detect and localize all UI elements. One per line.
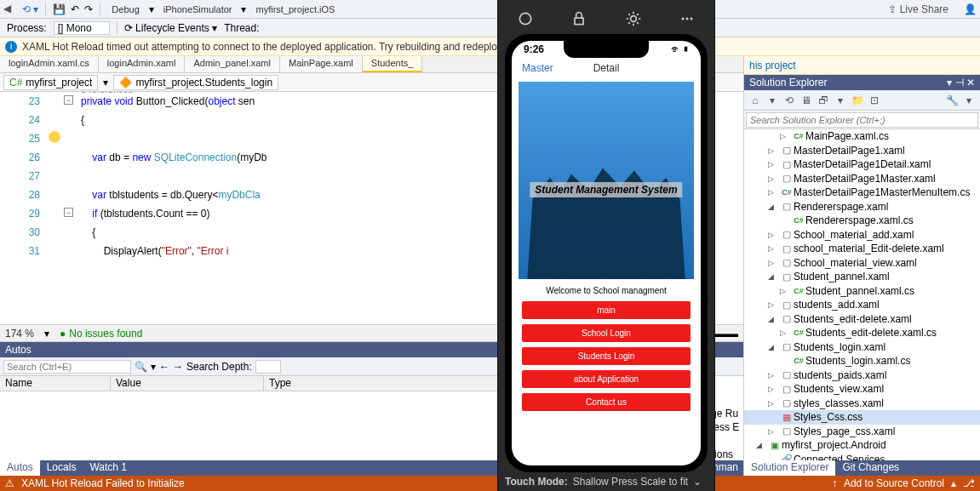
back-icon[interactable]: ◀ [3,3,17,16]
config-dropdown[interactable]: Debug [107,3,143,15]
autos-search[interactable] [3,360,131,374]
tree-item[interactable]: ◢▣myfirst_project.Android [744,438,980,453]
search-icon[interactable]: 🔍 [135,361,147,373]
history-icon[interactable]: ⟲ ▾ [22,3,38,15]
method-dropdown[interactable]: 🔶 myfirst_project.Students_login [113,75,278,90]
show-all-icon[interactable]: 📁 [850,93,865,108]
tab-solution[interactable]: Solution Explorer [744,460,835,476]
share-icon: ⇪ [888,3,897,15]
solution-tree[interactable]: ▷C#MainPage.xaml.cs▷▢MasterDetailPage1.x… [744,129,980,460]
account-icon[interactable]: 👤 [964,3,977,15]
tab-loginadmin[interactable]: loginAdmin.xaml [99,56,186,72]
svg-point-0 [519,13,530,24]
platform-dropdown[interactable]: iPhoneSimulator [159,3,237,15]
tree-item[interactable]: ▷▢School_material_add.xaml [744,228,980,243]
tree-item[interactable]: ▷▢styles_classes.xaml [744,397,980,411]
debug-toolbar: Process: [] Mono ⟳ Lifecycle Events ▾ Th… [0,19,980,37]
undo-icon[interactable]: ↶ [71,3,79,15]
tree-item[interactable]: ▷C#MasterDetailPage1MasterMenuItem.cs [744,186,980,200]
chevron-down-icon[interactable]: ⌄ [693,476,702,488]
live-share-button[interactable]: ⇪ Live Share [888,3,948,15]
wrench-icon[interactable]: 🔧 [944,93,960,108]
redo-icon[interactable]: ↷ [84,3,93,15]
repo-icon[interactable]: ⎇ [963,477,975,489]
tab-mainpage[interactable]: MainPage.xaml [280,56,363,72]
tree-item[interactable]: ▷▢MasterDetailPage1Detail.xaml [744,157,980,172]
master-link[interactable]: Master [522,62,553,77]
tree-item[interactable]: C#Rendererspage.xaml.cs [744,214,980,228]
col-value[interactable]: Value [111,376,264,391]
svg-point-2 [630,16,636,22]
scope-dropdown[interactable]: C# myfirst_project [3,75,98,90]
more-icon[interactable] [679,10,696,27]
tab-loginadmin-cs[interactable]: loginAdmin.xaml.cs [0,56,99,72]
info-link[interactable]: his project [744,56,980,75]
tree-item[interactable]: 🔗Connected Services [744,453,980,461]
tree-item[interactable]: ▷▢School_material_view.xaml [744,256,980,271]
fold-icon[interactable]: − [64,95,73,105]
tree-item[interactable]: ▷▢MasterDetailPage1.xaml [744,144,980,158]
app-button-main[interactable]: main [522,301,691,319]
tab-autos[interactable]: Autos [0,460,40,476]
app-button-school[interactable]: School Login [522,324,691,342]
source-control[interactable]: Add to Source Control [844,477,944,489]
tree-item[interactable]: ▷▢Students_view.xaml [744,382,980,397]
fold-icon[interactable]: − [64,208,73,217]
gear-icon[interactable] [625,10,642,27]
home-icon[interactable]: ⌂ [748,93,763,108]
app-button-about[interactable]: about Application [522,370,691,388]
svg-point-3 [682,18,685,20]
tree-item[interactable]: ◢▢Student_pannel.xaml [744,270,980,284]
phone-nav: Master Detail [512,60,701,80]
tree-item[interactable]: ▷▢MasterDetailPage1Master.xaml [744,172,980,186]
status-text: XAML Hot Reload Failed to Initialize [21,477,185,489]
tree-item[interactable]: ◢▢Students_edit-delete.xaml [744,312,980,327]
back-icon[interactable]: ← [159,361,169,373]
tab-git[interactable]: Git Changes [835,460,906,476]
tab-adminpanel[interactable]: Admin_panel.xaml [185,56,280,72]
pin-icon[interactable]: ⊣ [955,77,964,88]
back-icon[interactable]: ⟲ [782,93,797,108]
tree-item[interactable]: ▷▢school_material_Edit-delete.xaml [744,242,980,256]
process-dropdown[interactable]: [] Mono [54,21,110,35]
project-dropdown[interactable]: myfirst_project.iOS [251,3,339,15]
tree-item[interactable]: ▷▢Styles_page_css.xaml [744,425,980,439]
sim-status: Touch Mode:Shallow Press Scale to fit⌄ [498,472,714,491]
lightbulb-icon[interactable] [49,131,60,143]
app-button-contact[interactable]: Contact us [522,393,691,411]
tree-item[interactable]: ▷C#MainPage.xaml.cs [744,129,980,144]
lock-icon[interactable] [570,10,587,27]
notch [564,41,649,58]
issues-indicator[interactable]: ●No issues found [60,328,142,340]
refresh-icon[interactable]: 🗗 [816,93,831,108]
col-name[interactable]: Name [0,376,111,391]
sync-icon[interactable]: 🖥 [799,93,814,108]
tab-locals[interactable]: Locals [40,460,83,476]
tab-students[interactable]: Students_ [363,56,423,72]
tree-item[interactable]: ▦Styles_Css.css [744,410,980,425]
lifecycle-button[interactable]: ⟳ Lifecycle Events ▾ [124,22,217,34]
upload-icon: ↑ [832,477,837,489]
depth-input[interactable] [255,360,281,374]
app-button-students[interactable]: Students Login [522,347,691,365]
solution-search[interactable] [746,112,978,128]
tree-item[interactable]: ◢▢Students_login.xaml [744,340,980,355]
tree-item[interactable]: ▷▢students_paids.xaml [744,368,980,383]
hero-label: Student Management System [530,182,682,197]
tree-item[interactable]: C#Students_login.xaml.cs [744,354,980,368]
line-numbers: 232425262728293031 [0,92,47,324]
save-icon[interactable]: 💾 [53,3,66,15]
zoom-level[interactable]: 174 % [5,328,34,340]
properties-icon[interactable]: ⊡ [867,93,882,108]
tab-watch[interactable]: Watch 1 [83,460,134,476]
tree-item[interactable]: ▷▢students_add.xaml [744,298,980,312]
tree-item[interactable]: ▷C#Student_pannel.xaml.cs [744,284,980,299]
circle-icon[interactable] [517,10,534,27]
tree-item[interactable]: ◢▢Rendererspage.xaml [744,200,980,214]
welcome-text: Welcome to School managment [512,281,701,299]
main-toolbar: ◀ ⟲ ▾ 💾 ↶ ↷ Debug▾ iPhoneSimulator▾ myfi… [0,0,980,19]
info-bar: i XAML Hot Reload timed out attempting t… [0,37,980,56]
battery-icon: ᯤ ▮ [671,43,689,60]
tree-item[interactable]: ▷C#Students_edit-delete.xaml.cs [744,326,980,340]
forward-icon[interactable]: → [173,361,183,373]
